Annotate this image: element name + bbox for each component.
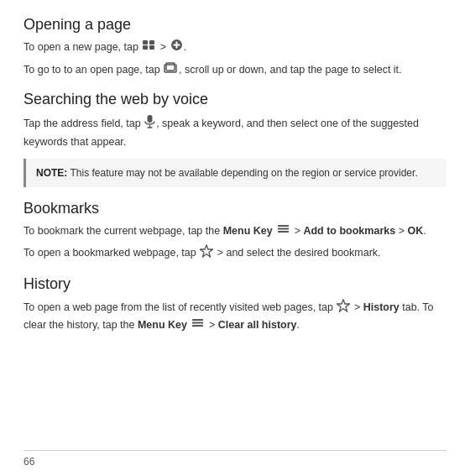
page-content: Opening a page To open a new page, tap >… bbox=[0, 0, 470, 354]
menu-key-icon-1 bbox=[276, 223, 290, 239]
svg-marker-15 bbox=[201, 245, 213, 257]
tabs-icon bbox=[164, 62, 178, 78]
grid-icon bbox=[142, 39, 156, 55]
svg-rect-1 bbox=[149, 40, 154, 44]
history-para-1: To open a web page from the list of rece… bbox=[24, 299, 446, 334]
bookmarks-para-2: To open a bookmarked webpage, tap > and … bbox=[24, 244, 446, 263]
searching-para-1: Tap the address field, tap , speak a key… bbox=[24, 114, 446, 151]
svg-rect-19 bbox=[192, 325, 203, 327]
svg-rect-0 bbox=[143, 40, 148, 44]
opening-para-1: To open a new page, tap > . bbox=[24, 39, 446, 56]
mic-icon bbox=[144, 114, 155, 134]
page-footer: 66 bbox=[24, 456, 34, 468]
section-opening-page: Opening a page To open a new page, tap >… bbox=[24, 15, 446, 78]
svg-rect-2 bbox=[143, 45, 148, 50]
section-history: History To open a web page from the list… bbox=[24, 275, 446, 333]
section-title-searching: Searching the web by voice bbox=[24, 90, 446, 109]
star-icon-1 bbox=[200, 244, 213, 263]
menu-key-icon-2 bbox=[191, 317, 205, 333]
svg-rect-12 bbox=[278, 225, 289, 227]
bookmarks-para-1: To bookmark the current webpage, tap the… bbox=[24, 223, 446, 239]
section-title-opening: Opening a page bbox=[24, 15, 446, 34]
section-title-bookmarks: Bookmarks bbox=[24, 199, 446, 218]
svg-rect-18 bbox=[192, 322, 203, 324]
page-number: 66 bbox=[24, 456, 34, 468]
star-icon-2 bbox=[337, 299, 350, 317]
note-text: This feature may not be available depend… bbox=[67, 167, 417, 179]
svg-marker-16 bbox=[337, 300, 350, 311]
note-label: NOTE: bbox=[36, 167, 67, 179]
section-bookmarks: Bookmarks To bookmark the current webpag… bbox=[24, 199, 446, 263]
svg-rect-3 bbox=[149, 45, 154, 50]
section-searching-voice: Searching the web by voice Tap the addre… bbox=[24, 90, 446, 187]
svg-rect-14 bbox=[278, 231, 289, 233]
footer-line bbox=[24, 450, 446, 451]
section-title-history: History bbox=[24, 275, 446, 294]
svg-rect-17 bbox=[192, 319, 203, 321]
note-box: NOTE: This feature may not be available … bbox=[24, 159, 446, 187]
svg-rect-9 bbox=[148, 115, 153, 123]
opening-para-2: To go to to an open page, tap , scroll u… bbox=[24, 62, 446, 78]
svg-rect-13 bbox=[278, 228, 289, 229]
plus-circle-icon bbox=[170, 39, 183, 56]
